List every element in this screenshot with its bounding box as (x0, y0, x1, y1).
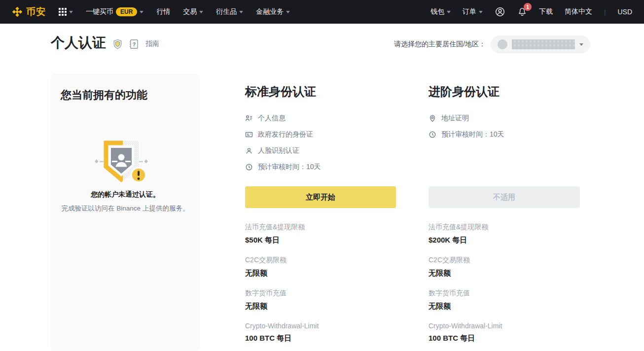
nav-label: 钱包 (430, 7, 444, 16)
notifications-button[interactable]: 1 (517, 6, 527, 17)
limit-group: 数字货币充值 无限额 (245, 289, 396, 311)
nav-item-orders[interactable]: 订单 (463, 7, 483, 16)
limit-label: 法币充值&提现限额 (245, 223, 396, 232)
binance-logo[interactable]: 币安 (12, 5, 46, 18)
chevron-down-icon (579, 43, 583, 46)
user-info-icon (245, 114, 253, 122)
nav-label: 订单 (463, 7, 476, 16)
history-clock-icon (429, 131, 436, 139)
requirement-label: 个人信息 (258, 114, 286, 123)
nav-label: 一键买币 (86, 7, 113, 16)
region-selector: 请选择您的主要居住国/地区： (394, 35, 590, 53)
nav-label: 金融业务 (256, 7, 284, 16)
user-profile-icon (495, 6, 505, 17)
chevron-down-icon (479, 11, 483, 13)
standard-verification-title: 标准身份认证 (245, 84, 396, 100)
nav-item-currency[interactable]: USD (617, 8, 632, 16)
not-applicable-button: 不适用 (429, 186, 580, 208)
account-status-title: 您的帐户未通过认证。 (51, 190, 200, 199)
standard-verification-column: 标准身份认证 个人信息 政府发行的身份证 人脸识别认证 预计审核时间：10 (245, 84, 396, 172)
region-select-label: 请选择您的主要居住国/地区： (394, 40, 486, 49)
limit-group: Crypto-Withdrawal-Limit 100 BTC 每日 (429, 322, 580, 343)
limit-value: $200K 每日 (429, 236, 580, 245)
requirement-item: 人脸识别认证 (245, 146, 396, 155)
unverified-shield-illustration (51, 139, 200, 186)
chevron-down-icon (199, 11, 203, 13)
nav-item-download[interactable]: 下载 (539, 7, 553, 16)
features-card-title: 您当前拥有的功能 (51, 74, 200, 103)
limit-label: C2C交易限额 (429, 256, 580, 265)
nav-item-trade[interactable]: 交易 (183, 7, 203, 16)
limit-label: Crypto-Withdrawal-Limit (429, 322, 580, 330)
limit-label: Crypto-Withdrawal-Limit (245, 322, 396, 330)
requirement-label: 预计审核时间：10天 (258, 163, 321, 172)
region-dropdown[interactable] (491, 35, 590, 53)
logo-text: 币安 (26, 5, 46, 18)
requirement-item: 个人信息 (245, 113, 396, 123)
limit-group: Crypto-Withdrawal-Limit 100 BTC 每日 (245, 322, 396, 343)
location-pin-icon (429, 114, 436, 122)
chevron-down-icon (286, 11, 290, 13)
nav-label: 下载 (539, 7, 553, 16)
requirement-item: 预计审核时间：10天 (429, 130, 580, 139)
face-recognition-icon (245, 147, 253, 155)
nav-item-finance[interactable]: 金融业务 (256, 7, 290, 16)
limit-value: 无限额 (245, 269, 396, 278)
nav-item-markets[interactable]: 行情 (156, 7, 170, 16)
chevron-down-icon (140, 11, 143, 13)
nav-label: 简体中文 (565, 7, 592, 16)
page-title: 个人认证 (51, 34, 106, 52)
nav-item-derivatives[interactable]: 衍生品 (216, 7, 243, 16)
apps-menu-button[interactable] (59, 8, 73, 16)
limit-value: 100 BTC 每日 (429, 334, 580, 343)
page-header: 个人认证 ? 指南 (51, 34, 159, 52)
requirement-label: 人脸识别认证 (258, 146, 299, 155)
limit-label: C2C交易限额 (245, 256, 396, 265)
advanced-verification-title: 进阶身份认证 (429, 84, 580, 100)
nav-item-buy-crypto[interactable]: 一键买币 EUR (86, 7, 143, 16)
advanced-verification-column: 进阶身份认证 地址证明 预计审核时间：10天 不适用 法币充值&提现限额 $20… (429, 84, 580, 139)
limit-label: 数字货币充值 (429, 289, 580, 298)
guide-link[interactable]: 指南 (145, 39, 159, 48)
nav-divider: | (604, 8, 606, 16)
limit-group: 数字货币充值 无限额 (429, 289, 580, 311)
binance-diamond-icon (12, 6, 23, 17)
notification-count-badge: 1 (524, 3, 532, 11)
advanced-limits: 法币充值&提现限额 $200K 每日 C2C交易限额 无限额 数字货币充值 无限… (429, 223, 580, 343)
requirement-item: 预计审核时间：10天 (245, 162, 396, 172)
chevron-down-icon (69, 11, 73, 13)
limit-value: 100 BTC 每日 (245, 334, 396, 343)
limit-value: 无限额 (429, 269, 580, 278)
limit-value: 无限额 (245, 302, 396, 311)
apps-grid-icon (59, 8, 67, 16)
start-now-button[interactable]: 立即开始 (245, 186, 396, 208)
svg-text:?: ? (133, 41, 136, 47)
limit-group: 法币充值&提现限额 $50K 每日 (245, 223, 396, 245)
profile-button[interactable] (495, 6, 505, 17)
nav-label: 行情 (156, 7, 170, 16)
limit-label: 法币充值&提现限额 (429, 223, 580, 232)
limit-label: 数字货币充值 (245, 289, 396, 298)
limit-group: C2C交易限额 无限额 (429, 256, 580, 278)
requirement-item: 地址证明 (429, 113, 580, 123)
verification-shield-icon (112, 38, 123, 50)
nav-item-wallet[interactable]: 钱包 (430, 7, 451, 16)
standard-limits: 法币充值&提现限额 $50K 每日 C2C交易限额 无限额 数字货币充值 无限额… (245, 223, 396, 343)
nav-label: 衍生品 (216, 7, 237, 16)
limit-value: 无限额 (429, 302, 580, 311)
nav-item-language[interactable]: 简体中文 (565, 7, 592, 16)
currency-badge: EUR (116, 7, 137, 16)
current-features-card: 您当前拥有的功能 (51, 74, 200, 351)
limit-group: 法币充值&提现限额 $200K 每日 (429, 223, 580, 245)
top-navbar: 币安 一键买币 EUR 行情 交易 衍生品 金融业务 (0, 0, 644, 24)
chevron-down-icon (239, 11, 243, 13)
account-status-description: 完成验证以访问在 Binance 上提供的服务。 (51, 204, 200, 213)
flag-placeholder-icon (498, 39, 507, 49)
limit-value: $50K 每日 (245, 236, 396, 245)
requirement-label: 政府发行的身份证 (258, 130, 313, 139)
guide-book-icon[interactable]: ? (128, 38, 140, 50)
nav-label: USD (617, 8, 632, 16)
history-clock-icon (245, 163, 253, 171)
requirement-label: 预计审核时间：10天 (441, 130, 504, 139)
limit-group: C2C交易限额 无限额 (245, 256, 396, 278)
